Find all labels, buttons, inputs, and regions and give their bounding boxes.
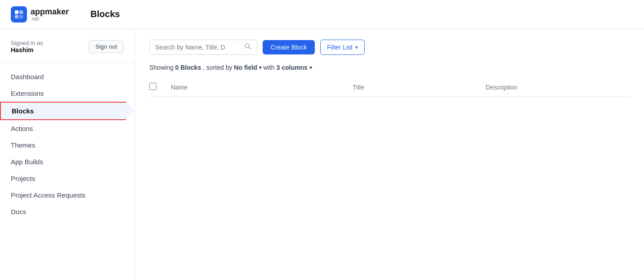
columns-chevron-icon: ▾ bbox=[309, 65, 312, 71]
svg-rect-1 bbox=[19, 10, 23, 14]
page-title: Blocks bbox=[90, 9, 120, 19]
summary-row: Showing 0 Blocks , sorted by No field ▾ … bbox=[149, 64, 630, 71]
svg-rect-2 bbox=[15, 15, 18, 18]
block-count: 0 bbox=[175, 64, 179, 71]
blocks-table: Name Title Description bbox=[149, 78, 630, 97]
app-logo-icon bbox=[11, 6, 27, 22]
svg-rect-0 bbox=[15, 10, 18, 14]
create-block-button[interactable]: Create Block bbox=[263, 40, 315, 54]
sidebar-item-actions[interactable]: Actions bbox=[0, 120, 134, 137]
sign-out-button[interactable]: Sign out bbox=[89, 40, 124, 53]
logo-sub-text: .xyz bbox=[31, 16, 69, 21]
filter-chevron-icon: ▾ bbox=[355, 45, 358, 50]
sidebar: Signed in as Hashim Sign out Dashboard E… bbox=[0, 29, 135, 279]
logo-main-text: appmaker bbox=[31, 7, 69, 16]
sidebar-item-extensions[interactable]: Extensions bbox=[0, 85, 134, 102]
columns-selector[interactable]: 3 columns ▾ bbox=[276, 64, 312, 71]
sidebar-item-dashboard[interactable]: Dashboard bbox=[0, 68, 134, 85]
select-all-checkbox-container bbox=[149, 83, 164, 92]
table-header-row: Name Title Description bbox=[149, 78, 630, 97]
column-header-title: Title bbox=[353, 84, 479, 91]
svg-rect-3 bbox=[19, 15, 23, 18]
signed-in-label: Signed in as bbox=[11, 40, 43, 46]
svg-line-5 bbox=[249, 47, 250, 49]
sort-field-selector[interactable]: No field ▾ bbox=[234, 64, 261, 71]
username-label: Hashim bbox=[11, 46, 43, 54]
sidebar-item-blocks[interactable]: Blocks bbox=[0, 102, 134, 120]
filter-list-label: Filter List bbox=[327, 44, 353, 51]
search-icon bbox=[244, 43, 251, 52]
sorted-by-label: , sorted by bbox=[203, 64, 234, 71]
user-info: Signed in as Hashim bbox=[11, 40, 43, 54]
toolbar: Create Block Filter List ▾ bbox=[149, 40, 630, 55]
sidebar-item-app-builds[interactable]: App Builds bbox=[0, 153, 134, 170]
sidebar-item-project-access-requests[interactable]: Project Access Requests bbox=[0, 187, 134, 203]
filter-list-button[interactable]: Filter List ▾ bbox=[320, 40, 365, 55]
main-layout: Signed in as Hashim Sign out Dashboard E… bbox=[0, 29, 644, 279]
sidebar-item-themes[interactable]: Themes bbox=[0, 137, 134, 153]
logo-area: appmaker .xyz bbox=[11, 6, 69, 22]
main-content: Create Block Filter List ▾ Showing 0 Blo… bbox=[135, 29, 644, 279]
logo-text-block: appmaker .xyz bbox=[31, 7, 69, 21]
blocks-label: Blocks bbox=[180, 64, 201, 71]
sidebar-item-docs[interactable]: Docs bbox=[0, 203, 134, 220]
search-input[interactable] bbox=[155, 44, 241, 51]
sidebar-nav: Dashboard Extensions Blocks Actions Them… bbox=[0, 68, 134, 220]
sidebar-item-projects[interactable]: Projects bbox=[0, 170, 134, 187]
sort-chevron-icon: ▾ bbox=[259, 65, 262, 71]
select-all-checkbox[interactable] bbox=[149, 83, 157, 90]
with-label: with bbox=[264, 64, 277, 71]
showing-label: Showing bbox=[149, 64, 174, 71]
column-header-name: Name bbox=[171, 84, 345, 91]
sidebar-user-area: Signed in as Hashim Sign out bbox=[0, 40, 134, 63]
column-header-description: Description bbox=[486, 84, 630, 91]
search-container bbox=[149, 40, 257, 55]
app-header: appmaker .xyz Blocks bbox=[0, 0, 644, 29]
